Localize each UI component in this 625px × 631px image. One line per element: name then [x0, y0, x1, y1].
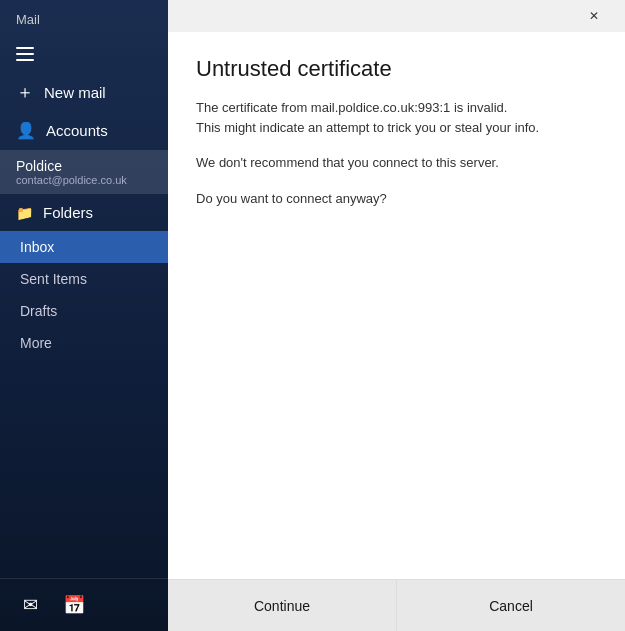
cancel-button[interactable]: Cancel	[397, 580, 625, 631]
more-label: More	[20, 335, 52, 351]
inbox-label: Inbox	[20, 239, 54, 255]
dialog-body: Untrusted certificate The certificate fr…	[168, 32, 625, 579]
continue-button[interactable]: Continue	[168, 580, 397, 631]
poldice-account-item[interactable]: Poldice contact@poldice.co.uk	[0, 150, 168, 194]
title-bar: ✕	[168, 0, 625, 32]
drafts-label: Drafts	[20, 303, 57, 319]
calendar-bottom-icon[interactable]: 📅	[56, 587, 92, 623]
hamburger-icon	[16, 47, 34, 61]
dialog-body-text: The certificate from mail.poldice.co.uk:…	[196, 98, 597, 137]
sidebar-bottom-bar: ✉ 📅	[0, 578, 168, 631]
person-icon: 👤	[16, 121, 36, 140]
sidebar-item-inbox[interactable]: Inbox	[0, 231, 168, 263]
folder-icon: 📁	[16, 205, 33, 221]
dialog-question-text: Do you want to connect anyway?	[196, 189, 597, 209]
sidebar-item-more[interactable]: More	[0, 327, 168, 359]
dialog-footer: Continue Cancel	[168, 579, 625, 631]
folders-label: Folders	[43, 204, 93, 221]
mail-bottom-icon[interactable]: ✉	[12, 587, 48, 623]
hamburger-button[interactable]	[0, 35, 168, 73]
accounts-label: Accounts	[46, 122, 108, 139]
accounts-button[interactable]: 👤 Accounts	[0, 111, 168, 150]
title-bar-controls: ✕	[571, 0, 617, 32]
dialog-title: Untrusted certificate	[196, 56, 597, 82]
sent-items-label: Sent Items	[20, 271, 87, 287]
new-mail-button[interactable]: ＋ New mail	[0, 73, 168, 111]
folders-button[interactable]: 📁 Folders	[0, 194, 168, 231]
sidebar-item-sent[interactable]: Sent Items	[0, 263, 168, 295]
close-button[interactable]: ✕	[571, 0, 617, 32]
untrusted-certificate-dialog: Untrusted certificate The certificate fr…	[168, 32, 625, 631]
account-name: Poldice	[16, 158, 152, 174]
plus-icon: ＋	[16, 83, 34, 101]
account-email: contact@poldice.co.uk	[16, 174, 152, 186]
new-mail-label: New mail	[44, 84, 106, 101]
main-content: ✕ Untrusted certificate The certificate …	[168, 0, 625, 631]
dialog-warn-text: We don't recommend that you connect to t…	[196, 153, 597, 173]
app-title: Mail	[0, 0, 168, 35]
dialog-line2: This might indicate an attempt to trick …	[196, 120, 539, 135]
sidebar-item-drafts[interactable]: Drafts	[0, 295, 168, 327]
dialog-line1: The certificate from mail.poldice.co.uk:…	[196, 100, 507, 115]
sidebar: Mail ＋ New mail 👤 Accounts Poldice conta…	[0, 0, 168, 631]
